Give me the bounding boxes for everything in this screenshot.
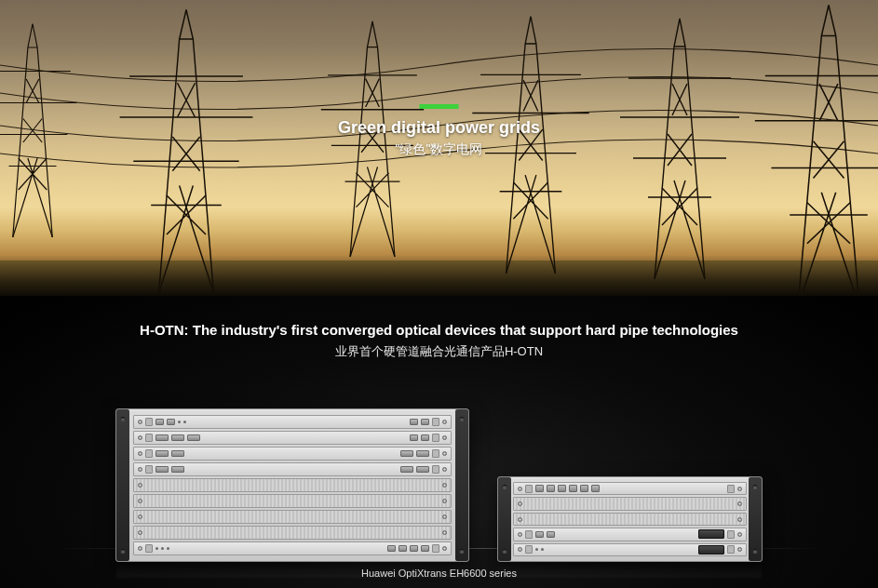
hero-section: Green digital power grids "绿色"数字电网 [0,0,878,296]
slot-blank [133,494,452,508]
slot-blank [133,526,452,540]
hero-title-cn: "绿色"数字电网 [338,141,540,158]
slot [513,543,747,556]
slot-blank [133,510,452,524]
hero-title-en: Green digital power grids [338,118,540,138]
product-section: H-OTN: The industry's first converged op… [0,296,878,588]
slot-blank [513,497,747,510]
chassis-small-slots [513,482,747,556]
slot [133,541,452,555]
rack-ear-icon [498,477,511,561]
slot [513,528,747,541]
slot-blank [133,478,452,492]
slot [133,447,452,461]
accent-bar [419,104,458,109]
product-heading-cn: 业界首个硬管道融合光通信产品H-OTN [0,343,878,360]
product-heading-en: H-OTN: The industry's first converged op… [0,296,878,338]
slot [513,482,747,495]
slot [133,462,452,476]
rack-ear-icon [116,409,129,561]
rack-ear-icon [749,477,762,561]
chassis-small [497,476,763,562]
chassis-large-slots [133,415,452,555]
product-caption: Huawei OptiXtrans EH6600 series [0,568,878,579]
chassis-large [115,408,469,562]
slot-blank [513,513,747,526]
slot [133,431,452,445]
hero-text: Green digital power grids "绿色"数字电网 [338,104,540,158]
rack-ear-icon [455,409,468,561]
devices [0,408,878,562]
slot [133,415,452,429]
